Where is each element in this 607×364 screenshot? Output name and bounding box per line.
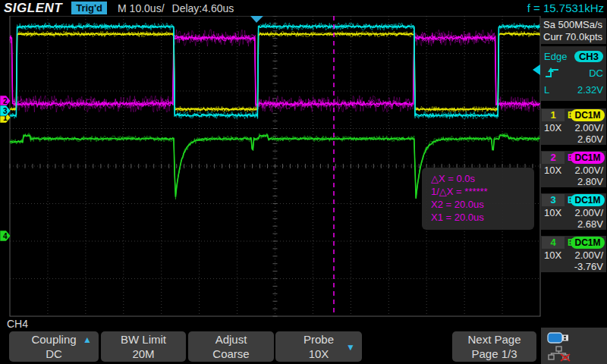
svg-text:3: 3 <box>3 107 8 115</box>
channel-3-info-box[interactable]: 3 B DC1M 10X 2.00V/ 2.68V <box>541 193 606 230</box>
menu-button-coupling-value: DC <box>9 347 99 361</box>
oscilloscope-screen: 1243 SIGLENT Trig'd M 10.0us/ Delay:4.60… <box>0 0 607 364</box>
menu-button-probe[interactable]: Probe 10X ▼ <box>275 331 362 362</box>
channel-4-scale: 2.00V/ <box>574 249 603 261</box>
channel-3-attenuation: 10X <box>544 207 561 218</box>
menu-button-next-page[interactable]: Next Page Page 1/3 <box>452 331 536 362</box>
menu-button-adjust-value: Coarse <box>188 347 274 361</box>
trigger-source-badge: CH3 <box>574 51 603 62</box>
waveform-display: 1243 <box>0 0 607 328</box>
channel-1-info-box[interactable]: 1 B DC1M 10X 2.00V/ 2.60V <box>541 108 606 145</box>
cursor-inverse-delta-x: 1/△X = ****** <box>431 185 534 198</box>
channel-2-coupling-badge: DC1M <box>571 152 605 164</box>
menu-button-bw-limit[interactable]: BW Limit 20M <box>101 331 186 362</box>
cursor-readout-box: △X = 0.0s 1/△X = ****** X2 = 20.0us X1 =… <box>422 168 534 230</box>
menu-button-bw-limit-value: 20M <box>101 347 186 361</box>
svg-text:2: 2 <box>3 97 8 105</box>
channel-1-scale: 2.00V/ <box>574 122 603 133</box>
trigger-level-value: 2.32V <box>577 84 603 96</box>
channel-4-offset: -3.76V <box>541 261 606 272</box>
trigger-coupling: DC <box>589 67 603 79</box>
channel-4-coupling-badge: DC1M <box>571 237 605 249</box>
active-channel-label: CH4 <box>7 318 28 330</box>
bottom-menu-bar: CH4 Coupling DC ▲ BW Limit 20M Adjust Co… <box>0 328 607 364</box>
channel-1-number: 1 <box>542 109 565 121</box>
menu-button-next-page-value: Page 1/3 <box>452 347 536 361</box>
channel-1-coupling-badge: DC1M <box>571 109 605 121</box>
channel-4-attenuation: 10X <box>544 249 561 261</box>
channel-2-offset: 2.80V <box>541 176 606 187</box>
rising-edge-icon <box>544 66 561 80</box>
channel-4-info-box[interactable]: 4 B DC1M 10X 2.00V/ -3.76V <box>541 236 606 272</box>
trigger-mode-label: Edge <box>544 51 567 62</box>
channel-2-number: 2 <box>542 152 565 164</box>
popup-down-arrow-icon: ▼ <box>346 342 355 353</box>
trigger-info-box[interactable]: Edge CH3 DC L 2.32V <box>541 46 606 101</box>
sample-rate: Sa 500MSa/s <box>543 19 604 31</box>
menu-button-coupling[interactable]: Coupling DC ▲ <box>9 331 99 362</box>
menu-button-bw-limit-label: BW Limit <box>101 332 186 347</box>
channel-2-attenuation: 10X <box>544 165 561 176</box>
memory-depth: Curr 70.0kpts <box>543 31 604 43</box>
right-sidebar: Sa 500MSa/s Curr 70.0kpts Edge CH3 DC L … <box>541 0 607 328</box>
channel-3-offset: 2.68V <box>541 218 606 230</box>
channel-3-scale: 2.00V/ <box>574 207 603 218</box>
usb-icon <box>547 331 570 345</box>
svg-text:4: 4 <box>3 232 8 240</box>
channel-2-scale: 2.00V/ <box>574 165 603 176</box>
channel-2-info-box[interactable]: 2 B DC1M 10X 2.00V/ 2.80V <box>541 151 606 187</box>
timebase-readout: M 10.0us/ <box>118 2 164 14</box>
acquisition-info-box: Sa 500MSa/s Curr 70.0kpts <box>541 18 606 44</box>
cursor-x2-value: X2 = 20.0us <box>431 198 534 211</box>
channel-1-offset: 2.60V <box>541 133 606 145</box>
menu-button-adjust-label: Adjust <box>188 332 274 347</box>
cursor-x1-value: X1 = 20.0us <box>431 211 534 224</box>
lan-disconnected-icon <box>547 346 571 362</box>
delay-readout: Delay:4.60us <box>172 2 234 14</box>
status-icon-panel <box>541 328 607 364</box>
channel-3-number: 3 <box>542 194 565 206</box>
trigger-level-label: L <box>544 84 549 96</box>
menu-button-next-page-label: Next Page <box>452 332 536 347</box>
top-status-bar: SIGLENT Trig'd M 10.0us/ Delay:4.60us f … <box>0 0 607 16</box>
channel-3-coupling-badge: DC1M <box>571 194 605 206</box>
siglent-logo: SIGLENT <box>4 1 62 16</box>
cursor-delta-x: △X = 0.0s <box>431 172 534 185</box>
trigger-status-badge: Trig'd <box>71 2 107 14</box>
menu-button-adjust[interactable]: Adjust Coarse <box>188 331 274 362</box>
channel-4-number: 4 <box>542 237 565 249</box>
channel-1-attenuation: 10X <box>544 122 561 133</box>
popup-up-arrow-icon: ▲ <box>83 334 92 345</box>
